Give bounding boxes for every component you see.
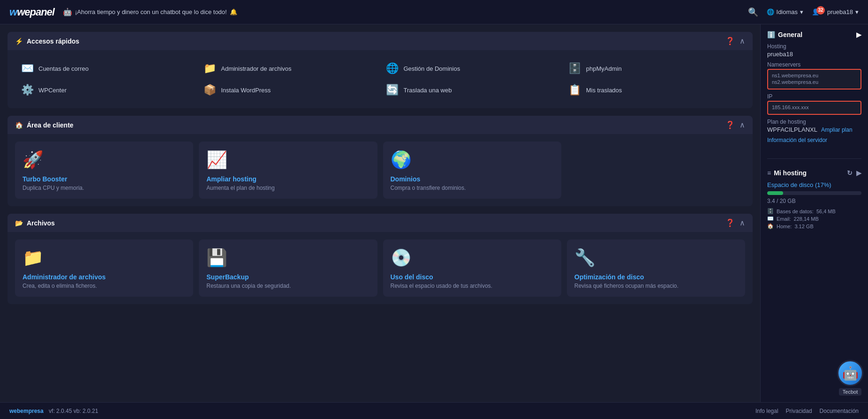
mi-hosting-title: Mi hosting (774, 169, 807, 177)
area-cliente-grid: 🚀 Turbo Booster Duplica CPU y memoria. 📈… (8, 134, 753, 206)
footer-version: vf: 2.0.45 vb: 2.0.21 (49, 408, 98, 414)
sidebar-general: ℹ️ General ▶ Hosting prueba18 Nameserver… (767, 31, 861, 148)
optimizacion-desc: Revisa qué ficheros ocupan más espacio. (574, 283, 738, 289)
accesos-rapidos-controls[interactable]: ❓ ∧ (725, 37, 745, 45)
card-administrador-archivos[interactable]: 📁 Administrador de archivos Crea, edita … (15, 239, 193, 297)
archivos-header: 📂 Archivos ❓ ∧ (8, 214, 753, 232)
card-optimizacion-disco[interactable]: 🔧 Optimización de disco Revisa qué fiche… (567, 239, 745, 297)
help-icon[interactable]: ❓ (725, 37, 735, 45)
qa-mis-traslados[interactable]: 📋 Mis traslados (563, 79, 745, 101)
domain-icon: 🌐 (386, 62, 399, 75)
qa-archivos[interactable]: 📁 Administrador de archivos (197, 58, 380, 79)
archivos-title: 📂 Archivos (15, 219, 55, 227)
language-label: Idiomas (777, 8, 798, 15)
email-detail: ✉️ Email: 228,14 MB (767, 216, 861, 222)
collapse-icon-2[interactable]: ∧ (740, 120, 745, 129)
mi-hosting-controls[interactable]: ↻ ▶ (847, 169, 861, 177)
tecbot-label: Tecbot (839, 388, 861, 396)
qa-wpcenter-label: WPCenter (38, 87, 67, 94)
card-empty (567, 142, 745, 199)
logo: wwepanel (9, 6, 54, 18)
home-detail: 🏠 Home: 3.12 GB (767, 223, 861, 229)
hosting-label: Hosting (767, 43, 861, 50)
quick-access-grid: ✉️ Cuentas de correo 📁 Administrador de … (8, 50, 753, 108)
footer-privacidad[interactable]: Privacidad (786, 408, 812, 414)
gear-icon: ⚙️ (21, 84, 34, 96)
play2-icon[interactable]: ▶ (856, 169, 861, 177)
area-cliente-header: 🏠 Área de cliente ❓ ∧ (8, 116, 753, 134)
promo-emoji: 🔔 (230, 8, 237, 15)
archivos-grid: 📁 Administrador de archivos Crea, edita … (8, 232, 753, 304)
accesos-rapidos-header: ⚡ Accesos rápidos ❓ ∧ (8, 32, 753, 50)
collapse-icon[interactable]: ∧ (740, 37, 745, 45)
card-turbo-booster[interactable]: 🚀 Turbo Booster Duplica CPU y memoria. (15, 142, 193, 199)
play-icon[interactable]: ▶ (856, 31, 861, 38)
user-menu[interactable]: 👤 32 prueba18 ▾ (812, 8, 859, 15)
card-superbackup[interactable]: 💾 SuperBackup Restaura una copia de segu… (199, 239, 377, 297)
help-icon-3[interactable]: ❓ (725, 218, 735, 227)
clipboard-icon: 📋 (568, 84, 581, 96)
sidebar-divider (767, 158, 861, 159)
footer-info-legal[interactable]: Info legal (755, 408, 778, 414)
server-icon: ≡ (767, 169, 771, 177)
rocket-icon: 🚀 (23, 150, 186, 170)
user-chevron-icon: ▾ (855, 8, 859, 15)
ip-box: 185.166.xxx.xxx (767, 101, 861, 115)
footer-left: webempresa vf: 2.0.45 vb: 2.0.21 (9, 408, 98, 414)
footer-brand: webempresa (9, 408, 44, 414)
db-detail-value: 56,4 MB (816, 209, 836, 214)
admin-archivos-title: Administrador de archivos (23, 273, 186, 281)
ns2: ns2.webempresa.eu (772, 79, 857, 85)
sidebar-general-title: ℹ️ General ▶ (767, 31, 861, 38)
email-detail-icon: ✉️ (767, 216, 774, 222)
area-cliente-title: 🏠 Área de cliente (15, 121, 74, 129)
ip-value: 185.166.xxx.xxx (772, 105, 857, 110)
footer-documentacion[interactable]: Documentación (820, 408, 859, 414)
disk-usage-value: 3.4 / 20 GB (767, 198, 861, 204)
sidebar-mi-hosting: ≡ Mi hosting ↻ ▶ Espacio de disco (17%) … (767, 169, 861, 231)
email-detail-value: 228,14 MB (794, 216, 819, 222)
server-info-link[interactable]: Información del servidor (767, 137, 861, 143)
collapse-icon-3[interactable]: ∧ (740, 218, 745, 227)
qa-traslada[interactable]: 🔄 Traslada una web (380, 79, 563, 101)
plan-label: Plan de hosting (767, 119, 861, 125)
qa-wpcenter[interactable]: ⚙️ WPCenter (15, 79, 197, 101)
card-uso-disco[interactable]: 💿 Uso del disco Revisa el espacio usado … (383, 239, 561, 297)
qa-wordpress[interactable]: 📦 Instala WordPress (197, 79, 380, 101)
plan-name: WPFACILPLANXL (767, 126, 817, 133)
dominios-title: Dominios (391, 175, 554, 183)
topnav: wwepanel 🤖 ¡Ahorra tiempo y dinero con u… (0, 0, 868, 24)
turbo-booster-desc: Duplica CPU y memoria. (23, 185, 186, 191)
help-icon-2[interactable]: ❓ (725, 120, 735, 129)
turbo-booster-title: Turbo Booster (23, 175, 186, 183)
qa-dominios-label: Gestión de Dominios (404, 65, 460, 72)
transfer-icon: 🔄 (386, 84, 399, 96)
qa-phpmyadmin[interactable]: 🗄️ phpMyAdmin (563, 58, 745, 79)
ampliar-plan-link[interactable]: Ampliar plan (821, 127, 853, 133)
ip-label: IP (767, 93, 861, 100)
disk-icon: 💿 (391, 248, 554, 268)
plan-value-row: WPFACILPLANXL Ampliar plan (767, 126, 861, 133)
main-layout: ⚡ Accesos rápidos ❓ ∧ ✉️ Cuentas de corr… (0, 24, 868, 402)
card-ampliar-hosting[interactable]: 📈 Ampliar hosting Aumenta el plan de hos… (199, 142, 377, 199)
home-detail-value: 3.12 GB (794, 224, 813, 229)
area-cliente-controls[interactable]: ❓ ∧ (725, 120, 745, 129)
qa-dominios[interactable]: 🌐 Gestión de Dominios (380, 58, 563, 79)
language-selector[interactable]: 🌐 Idiomas ▾ (767, 8, 804, 15)
db-detail: 🗄️ Bases de datos: 56,4 MB (767, 208, 861, 214)
optimize-icon: 🔧 (574, 248, 738, 268)
qa-correo[interactable]: ✉️ Cuentas de correo (15, 58, 197, 79)
sidebar-general-title-left: ℹ️ General (767, 31, 802, 38)
refresh-icon[interactable]: ↻ (847, 169, 853, 177)
card-dominios[interactable]: 🌍 Dominios Compra o transfiere dominios. (383, 142, 561, 199)
superbackup-desc: Restaura una copia de seguridad. (206, 283, 370, 289)
area-cliente-section: 🏠 Área de cliente ❓ ∧ 🚀 Turbo Booster Du… (8, 116, 753, 206)
optimizacion-title: Optimización de disco (574, 273, 738, 281)
archivos-controls[interactable]: ❓ ∧ (725, 218, 745, 227)
tecbot-widget[interactable]: 🤖 Tecbot (837, 360, 863, 396)
accesos-rapidos-title: ⚡ Accesos rápidos (15, 37, 79, 45)
search-icon[interactable]: 🔍 (748, 7, 758, 17)
files-icon: 📁 (23, 248, 186, 268)
footer: webempresa vf: 2.0.45 vb: 2.0.21 Info le… (0, 402, 868, 419)
backup-icon: 💾 (206, 248, 370, 268)
